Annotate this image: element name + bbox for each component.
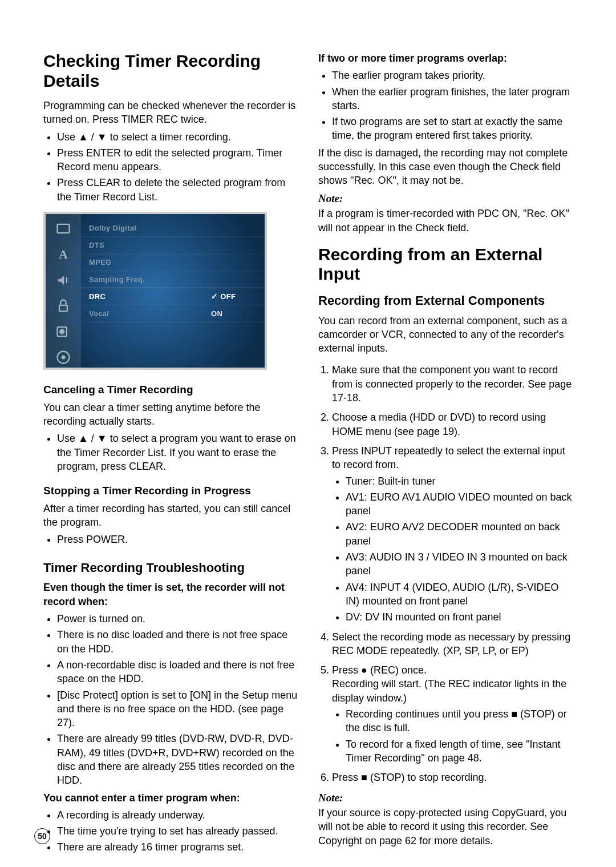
trouble-lead-1: Even though the timer is set, the record…: [43, 580, 298, 608]
lock-icon: [51, 296, 75, 316]
list-item: If two programs are set to start at exac…: [332, 115, 573, 143]
svg-point-5: [62, 356, 65, 359]
list-item: A non-recordable disc is loaded and ther…: [57, 658, 298, 686]
menu-row: DTS: [81, 237, 265, 254]
right-column: If two or more timer programs overlap: T…: [318, 51, 573, 858]
note-label: Note:: [318, 191, 573, 206]
tv-icon: [51, 219, 75, 239]
cancel-bullets: Use ▲ / ▼ to select a program you want t…: [57, 432, 298, 473]
overlap-bullets: The earlier program takes priority. When…: [332, 68, 573, 142]
step-5-sublist: Recording continues until you press ■ (S…: [346, 707, 573, 765]
heading-stop: Stopping a Timer Recording in Progress: [43, 483, 298, 498]
list-item: The earlier program takes priority.: [332, 68, 573, 82]
list-item: There are already 16 timer programs set.: [57, 840, 298, 854]
list-item: DV: DV IN mounted on front panel: [346, 610, 573, 624]
list-item: [Disc Protect] option is set to [ON] in …: [57, 688, 298, 730]
step-3-sublist: Tuner: Built-in tuner AV1: EURO AV1 AUDI…: [346, 474, 573, 624]
left-column: Checking Timer Recording Details Program…: [43, 51, 298, 858]
menu-sidebar: A: [46, 214, 81, 368]
list-item: There are already 99 titles (DVD-RW, DVD…: [57, 732, 298, 787]
list-item: A recording is already underway.: [57, 808, 298, 822]
list-item: AV1: EURO AV1 AUDIO VIDEO mounted on bac…: [346, 490, 573, 518]
list-item: AV2: EURO A/V2 DECODER mounted on back p…: [346, 520, 573, 548]
step-5: Press ● (REC) once. Recording will start…: [332, 663, 573, 765]
menu-row: Sampling Freq.: [81, 271, 265, 288]
step-2: Choose a media (HDD or DVD) to record us…: [332, 410, 573, 438]
menu-row: Dolby Digital: [81, 220, 265, 237]
menu-row-selected: DRC✓OFF: [81, 288, 265, 305]
heading-external-input: Recording from an External Input: [318, 245, 573, 284]
list-item: Press ENTER to edit the selected program…: [57, 146, 298, 174]
svg-rect-1: [59, 305, 67, 312]
list-item: AV3: AUDIO IN 3 / VIDEO IN 3 mounted on …: [346, 550, 573, 578]
list-item: To record for a fixed length of time, se…: [346, 737, 573, 765]
note-label: Note:: [318, 791, 573, 805]
trouble-lead-2: You cannot enter a timer program when:: [43, 791, 298, 805]
heading-checking-timer: Checking Timer Recording Details: [43, 51, 298, 91]
list-item: AV4: INPUT 4 (VIDEO, AUDIO (L/R), S-VIDE…: [346, 580, 573, 608]
audio-icon: [51, 270, 75, 291]
cancel-text: You can clear a timer setting anytime be…: [43, 401, 298, 429]
check-icon: ✓: [211, 291, 218, 302]
stop-bullets: Press POWER.: [57, 533, 298, 546]
list-item: When the earlier program finishes, the l…: [332, 85, 573, 113]
menu-row: VocalON: [81, 305, 265, 322]
list-item: Use ▲ / ▼ to select a timer recording.: [57, 130, 298, 144]
list-item: Press CLEAR to delete the selected progr…: [57, 176, 298, 204]
language-icon: A: [51, 244, 75, 265]
menu-row: MPEG: [81, 254, 265, 271]
list-item: Tuner: Built-in tuner: [346, 474, 573, 488]
intro-text: Programming can be checked whenever the …: [43, 99, 298, 127]
step-4: Select the recording mode as necessary b…: [332, 630, 573, 658]
overlap-para: If the disc is damaged, the recording ma…: [318, 146, 573, 188]
external-intro: You can record from an external componen…: [318, 314, 573, 356]
heading-troubleshoot: Timer Recording Troubleshooting: [43, 559, 298, 576]
heading-external-components: Recording from External Components: [318, 292, 573, 309]
overlap-lead: If two or more timer programs overlap:: [318, 51, 573, 65]
svg-point-3: [60, 330, 64, 334]
heading-cancel: Canceling a Timer Recording: [43, 382, 298, 397]
stop-text: After a timer recording has started, you…: [43, 502, 298, 530]
list-item: There is no disc loaded and there is not…: [57, 628, 298, 656]
setup-menu-screenshot: A Dolby Digital: [43, 212, 267, 370]
disc-icon: [51, 347, 75, 368]
list-item: Recording continues until you press ■ (S…: [346, 707, 573, 735]
list-item: Use ▲ / ▼ to select a program you want t…: [57, 432, 298, 473]
step-1: Make sure that the component you want to…: [332, 363, 573, 405]
page-number: 50: [34, 828, 50, 844]
trouble-bullets-1: Power is turned on. There is no disc loa…: [57, 612, 298, 788]
external-steps: Make sure that the component you want to…: [332, 363, 573, 784]
list-item: Press POWER.: [57, 533, 298, 546]
step-6: Press ■ (STOP) to stop recording.: [332, 771, 573, 784]
step-3: Press INPUT repeatedly to select the ext…: [332, 444, 573, 624]
svg-rect-0: [58, 224, 70, 233]
note-body: If a program is timer-recorded with PDC …: [318, 207, 573, 235]
menu-content: Dolby Digital DTS MPEG Sampling Freq. DR…: [81, 214, 265, 368]
list-item: Power is turned on.: [57, 612, 298, 626]
record-icon: [51, 321, 75, 342]
note-body: If your source is copy-protected using C…: [318, 806, 573, 848]
trouble-bullets-2: A recording is already underway. The tim…: [57, 808, 298, 854]
intro-bullets: Use ▲ / ▼ to select a timer recording. P…: [57, 130, 298, 204]
list-item: The time you're trying to set has alread…: [57, 824, 298, 838]
